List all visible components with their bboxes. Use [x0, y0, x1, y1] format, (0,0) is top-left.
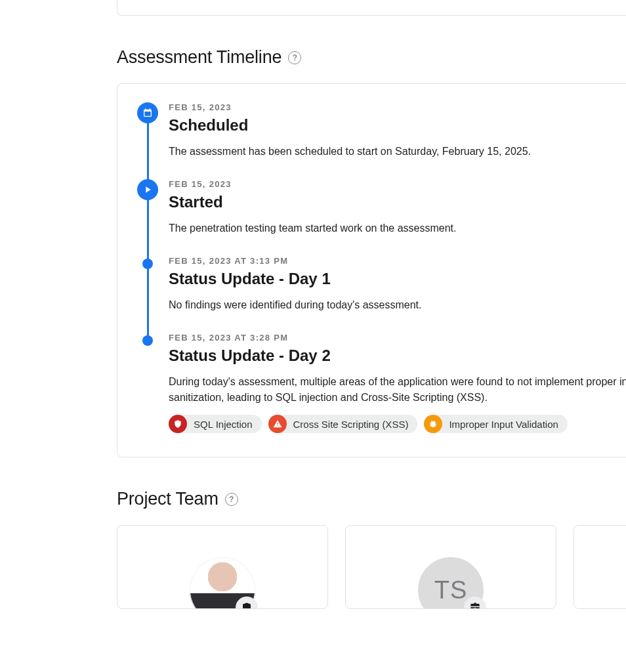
timeline-body: The assessment has been scheduled to sta…	[169, 144, 626, 159]
timeline-list: FEB 15, 2023ScheduledThe assessment has …	[137, 102, 626, 433]
finding-tag-label: Cross Site Scripting (XSS)	[293, 419, 409, 430]
timeline-date: FEB 15, 2023	[169, 179, 626, 189]
timeline-body: The penetration testing team started wor…	[169, 220, 626, 236]
timeline-dot-icon	[142, 259, 153, 269]
finding-tag[interactable]: Improper Input Validation	[424, 415, 568, 433]
calendar-icon	[137, 102, 158, 123]
finding-tags: SQL InjectionCross Site Scripting (XSS)I…	[169, 415, 626, 433]
team-member-card[interactable]	[574, 525, 626, 609]
timeline-card: FEB 15, 2023ScheduledThe assessment has …	[117, 83, 626, 457]
assessment-timeline-heading: Assessment Timeline ?	[117, 47, 626, 68]
timeline-dot-icon	[142, 335, 153, 346]
team-member-card[interactable]: TS	[345, 525, 556, 609]
timeline-item: FEB 15, 2023 AT 3:28 PMStatus Update - D…	[137, 333, 626, 433]
timeline-date: FEB 15, 2023 AT 3:28 PM	[169, 333, 626, 343]
avatar	[190, 557, 255, 609]
bug-icon	[424, 415, 442, 433]
timeline-title: Status Update - Day 2	[169, 346, 626, 365]
previous-card-bottom	[117, 0, 626, 16]
timeline-body: No findings were identified during today…	[169, 297, 626, 313]
timeline-date: FEB 15, 2023 AT 3:13 PM	[169, 256, 626, 266]
play-icon	[137, 179, 158, 200]
help-icon[interactable]: ?	[225, 493, 238, 506]
help-icon[interactable]: ?	[288, 51, 301, 64]
avatar: TS	[418, 557, 484, 609]
finding-tag-label: SQL Injection	[194, 419, 253, 430]
timeline-title: Status Update - Day 1	[169, 270, 626, 288]
timeline-date: FEB 15, 2023	[169, 102, 626, 112]
team-row: TS	[117, 525, 626, 609]
section-title: Project Team	[117, 489, 219, 509]
timeline-title: Scheduled	[169, 116, 626, 135]
timeline-item: FEB 15, 2023 AT 3:13 PMStatus Update - D…	[137, 256, 626, 333]
finding-tag[interactable]: Cross Site Scripting (XSS)	[268, 415, 418, 433]
timeline-item: FEB 15, 2023ScheduledThe assessment has …	[137, 102, 626, 179]
warning-icon	[268, 415, 287, 433]
shield-icon	[169, 415, 187, 433]
section-title: Assessment Timeline	[117, 47, 282, 68]
timeline-item: FEB 15, 2023StartedThe penetration testi…	[137, 179, 626, 256]
team-member-card[interactable]	[117, 525, 328, 609]
timeline-body: During today's assessment, multiple area…	[169, 374, 626, 406]
project-team-heading: Project Team ?	[117, 489, 626, 509]
finding-tag[interactable]: SQL Injection	[169, 415, 262, 433]
finding-tag-label: Improper Input Validation	[449, 419, 558, 430]
timeline-title: Started	[169, 193, 626, 211]
